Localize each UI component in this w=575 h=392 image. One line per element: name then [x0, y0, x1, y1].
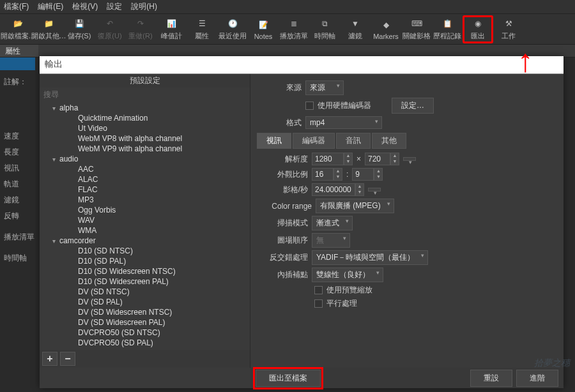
deint-combo[interactable]: YADIF－時域與空間（最佳） — [312, 250, 428, 265]
toolbar-關鍵影格[interactable]: ⌨關鍵影格 — [401, 15, 432, 43]
res-height-spin[interactable]: ▲▼ — [365, 153, 399, 165]
fieldorder-combo[interactable]: 無 — [312, 233, 350, 248]
format-combo[interactable]: mp4 — [305, 116, 382, 129]
export-file-button[interactable]: 匯出至檔案 — [256, 370, 321, 387]
tab-audio[interactable]: 音訊 — [336, 133, 371, 149]
preset-item[interactable]: D10 (SD Widescreen NTSC) — [40, 266, 250, 276]
menu-help[interactable]: 說明(H) — [131, 1, 157, 12]
reverse-label: 反轉 — [0, 208, 40, 224]
preset-item[interactable]: D10 (SD NTSC) — [40, 246, 250, 256]
toolbar-label: 關鍵影格 — [402, 31, 431, 41]
menu-edit[interactable]: 編輯(E) — [38, 1, 63, 12]
aspect-label: 外觀比例 — [263, 169, 308, 180]
toolbar-時間軸[interactable]: ⧉時間軸 — [309, 15, 340, 43]
preset-item[interactable]: WMA — [40, 225, 250, 236]
tab-video[interactable]: 視訊 — [257, 133, 291, 149]
preset-item[interactable]: WebM VP8 with alpha channel — [40, 133, 250, 144]
preset-header: 預設設定 — [40, 74, 250, 87]
preset-tree[interactable]: alphaQuicktime AnimationUt VideoWebM VP8… — [40, 102, 250, 350]
search-input[interactable] — [42, 89, 247, 100]
toolbar-Notes[interactable]: 📝Notes — [248, 15, 279, 43]
menu-view[interactable]: 檢視(V) — [72, 1, 98, 12]
preset-item[interactable]: Ogg Vorbis — [40, 205, 250, 215]
res-width-spin[interactable]: ▲▼ — [312, 153, 353, 165]
toolbar-icon: ⧉ — [322, 17, 328, 30]
preset-category-alpha[interactable]: alpha — [40, 103, 250, 113]
parallel-label: 平行處理 — [326, 298, 357, 309]
toolbar-儲存(S)[interactable]: 💾儲存(S) — [64, 15, 95, 43]
preset-item[interactable]: FLAC — [40, 185, 250, 195]
toolbar-開啟檔案…[interactable]: 📂開啟檔案… — [3, 15, 33, 43]
reset-button[interactable]: 重設 — [470, 370, 512, 387]
preset-item[interactable]: WebM VP9 with alpha channel — [40, 144, 250, 154]
menu-file[interactable]: 檔案(F) — [4, 1, 29, 12]
resolution-label: 解析度 — [263, 154, 308, 165]
toolbar-icon: 🕐 — [228, 17, 238, 30]
res-preset-combo[interactable] — [403, 157, 416, 161]
preview-scale-checkbox[interactable] — [314, 286, 323, 294]
toolbar-屬性[interactable]: ☰屬性 — [187, 15, 217, 43]
toolbar-Markers[interactable]: ◆Markers — [371, 15, 401, 43]
toolbar-重做(R)[interactable]: ↷重做(R) — [125, 15, 156, 43]
tab-codec[interactable]: 編碼器 — [293, 133, 335, 149]
toolbar-歷程記錄[interactable]: 📋歷程記錄 — [432, 15, 463, 43]
scan-combo[interactable]: 漸進式 — [312, 216, 353, 230]
preset-item[interactable]: D10 (SD Widescreen PAL) — [40, 276, 250, 287]
preset-item[interactable]: DV (SD PAL) — [40, 297, 250, 307]
preset-item[interactable]: Ut Video — [40, 123, 250, 133]
advanced-button[interactable]: 進階 — [516, 370, 558, 387]
toolbar-濾鏡[interactable]: ▼濾鏡 — [340, 15, 371, 43]
filter-label: 濾鏡 — [0, 192, 40, 208]
toolbar-icon: 📋 — [443, 17, 452, 30]
remove-preset-button[interactable]: − — [60, 352, 75, 366]
aspect-w-spin[interactable]: ▲▼ — [312, 168, 342, 181]
aspect-h-spin[interactable]: ▲▼ — [352, 168, 383, 181]
video-label: 視訊 — [0, 160, 40, 176]
menu-settings[interactable]: 設定 — [107, 1, 122, 12]
toolbar-最近使用[interactable]: 🕐最近使用 — [217, 15, 248, 43]
preset-item[interactable]: Quicktime Animation — [40, 113, 250, 123]
add-preset-button[interactable]: + — [42, 352, 57, 366]
toolbar-icon: ◆ — [383, 19, 389, 31]
preset-category-camcorder[interactable]: camcorder — [40, 236, 250, 246]
preset-item[interactable]: DVCPRO50 (SD NTSC) — [40, 328, 250, 338]
hw-settings-button[interactable]: 設定… — [392, 98, 434, 114]
from-combo[interactable]: 來源 — [305, 80, 344, 95]
fps-preset-combo[interactable] — [368, 188, 381, 192]
toolbar-label: 歷程記錄 — [433, 31, 461, 41]
toolbar-icon: 📂 — [13, 17, 23, 30]
preset-item[interactable]: ALAC — [40, 174, 250, 185]
hw-encoder-checkbox[interactable] — [305, 102, 314, 110]
interp-combo[interactable]: 雙線性（良好） — [312, 268, 383, 282]
toolbar-label: 匯出 — [471, 31, 485, 41]
preset-item[interactable]: MP3 — [40, 195, 250, 205]
fps-spin[interactable]: ▲▼ — [312, 183, 364, 196]
toolbar-label: 屬性 — [195, 31, 209, 41]
toolbar-工作[interactable]: ⚒工作 — [493, 15, 524, 43]
preset-item[interactable]: DV (SD Widescreen PAL) — [40, 317, 250, 328]
parallel-checkbox[interactable] — [314, 299, 323, 308]
format-label: 格式 — [257, 117, 302, 128]
preset-item[interactable]: DV (SD Widescreen NTSC) — [40, 307, 250, 317]
colorrange-combo[interactable]: 有限廣播 (MPEG) — [316, 199, 394, 213]
preset-category-audio[interactable]: audio — [40, 154, 250, 164]
toolbar-label: 播放清單 — [280, 31, 308, 41]
toolbar-開啟其他…[interactable]: 📁開啟其他… — [33, 15, 64, 43]
selection-bar — [0, 57, 35, 70]
preset-item[interactable]: DVCPRO50 (SD PAL) — [40, 338, 250, 348]
menubar: 檔案(F) 編輯(E) 檢視(V) 設定 說明(H) — [0, 0, 575, 14]
toolbar-播放清單[interactable]: ≣播放清單 — [279, 15, 309, 43]
preset-footer: + − — [40, 350, 250, 368]
preset-item[interactable]: DV (SD NTSC) — [40, 287, 250, 297]
toolbar-icon: ☰ — [199, 17, 206, 30]
preset-item[interactable]: WAV — [40, 215, 250, 225]
toolbar-匯出[interactable]: ◉匯出 — [463, 15, 493, 43]
preset-item[interactable]: AAC — [40, 164, 250, 174]
toolbar-復原(U)[interactable]: ↶復原(U) — [95, 15, 125, 43]
toolbar-label: 儲存(S) — [68, 31, 91, 41]
tab-other[interactable]: 其他 — [372, 133, 406, 149]
from-label: 來源 — [257, 82, 302, 93]
toolbar-icon: ⚒ — [505, 17, 512, 30]
toolbar-峰值計[interactable]: 📊峰值計 — [156, 15, 187, 43]
preset-item[interactable]: D10 (SD PAL) — [40, 256, 250, 266]
